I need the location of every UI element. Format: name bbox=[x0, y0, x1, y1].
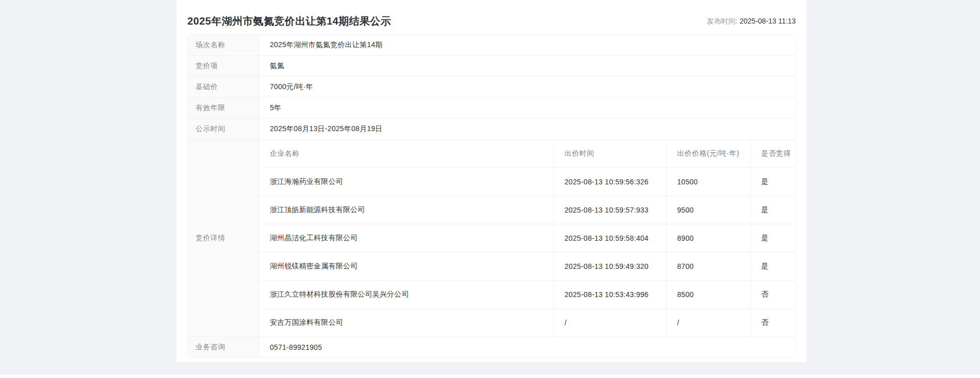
descriptions-table: 场次名称 2025年湖州市氨氮竞价出让第14期 竞价项 氨氮 基础价 7000元… bbox=[187, 34, 796, 358]
bid-company-cell: 湖州锐镁精密金属有限公司 bbox=[259, 253, 553, 281]
bid-price-cell: / bbox=[666, 309, 750, 337]
bid-price-cell: 9500 bbox=[666, 196, 750, 224]
bid-company-cell: 浙江久立特材科技股份有限公司吴兴分公司 bbox=[259, 281, 553, 309]
publish-time: 发布时间:2025-08-13 11:13 bbox=[707, 17, 796, 26]
bid-table-header-row: 企业名称 出价时间 出价价格(元/吨·年) 是否竞得 bbox=[259, 140, 795, 168]
desc-row-session-name: 场次名称 2025年湖州市氨氮竞价出让第14期 bbox=[188, 35, 795, 56]
desc-label-bid-item: 竞价项 bbox=[188, 56, 259, 76]
publish-time-label: 发布时间: bbox=[707, 17, 738, 25]
desc-label-publicity-period: 公示时间 bbox=[188, 119, 259, 139]
bid-header-result: 是否竞得 bbox=[750, 140, 795, 168]
bid-time-cell: / bbox=[553, 309, 666, 337]
bid-result-cell: 否 bbox=[750, 309, 795, 337]
bid-header-company: 企业名称 bbox=[259, 140, 553, 168]
desc-label-valid-years: 有效年限 bbox=[188, 98, 259, 118]
desc-row-valid-years: 有效年限 5年 bbox=[188, 98, 795, 119]
page-background: { "page": { "title": "2025年湖州市氨氮竞价出让第14期… bbox=[0, 0, 980, 378]
desc-row-contact: 业务咨询 0571-89921905 bbox=[188, 337, 795, 357]
desc-label-contact: 业务咨询 bbox=[188, 337, 259, 357]
bid-details-container: 企业名称 出价时间 出价价格(元/吨·年) 是否竞得 浙江海瀚药业有限公司 20… bbox=[259, 140, 795, 337]
bid-table-row: 湖州锐镁精密金属有限公司 2025-08-13 10:59:49:320 870… bbox=[259, 253, 795, 281]
page-title: 2025年湖州市氨氮竞价出让第14期结果公示 bbox=[187, 14, 391, 28]
content-card: 2025年湖州市氨氮竞价出让第14期结果公示 发布时间:2025-08-13 1… bbox=[177, 0, 806, 362]
footer-divider bbox=[0, 374, 980, 378]
desc-row-base-price: 基础价 7000元/吨·年 bbox=[188, 77, 795, 98]
desc-value-contact-phone: 0571-89921905 bbox=[259, 337, 795, 357]
desc-value-valid-years: 5年 bbox=[259, 98, 795, 118]
bid-table-row: 湖州晶洁化工科技有限公司 2025-08-13 10:59:58:404 890… bbox=[259, 224, 795, 253]
bid-time-cell: 2025-08-13 10:59:49:320 bbox=[553, 253, 666, 281]
desc-label-session-name: 场次名称 bbox=[188, 35, 259, 55]
bid-table-row: 浙江久立特材科技股份有限公司吴兴分公司 2025-08-13 10:53:43:… bbox=[259, 281, 795, 309]
desc-row-bid-details: 竞价详情 企业名称 出价时间 出价价格(元/吨·年) 是否竞得 bbox=[188, 140, 795, 337]
bid-table-row: 安吉万国涂料有限公司 / / 否 bbox=[259, 309, 795, 337]
bid-company-cell: 浙江顶皓新能源科技有限公司 bbox=[259, 196, 553, 224]
bid-result-cell: 是 bbox=[750, 224, 795, 253]
bid-price-cell: 8900 bbox=[666, 224, 750, 253]
desc-value-publicity-period: 2025年08月13日-2025年08月19日 bbox=[259, 119, 795, 139]
page-header: 2025年湖州市氨氮竞价出让第14期结果公示 发布时间:2025-08-13 1… bbox=[187, 0, 796, 34]
bid-table-row: 浙江顶皓新能源科技有限公司 2025-08-13 10:59:57:933 95… bbox=[259, 196, 795, 224]
desc-value-bid-item: 氨氮 bbox=[259, 56, 795, 76]
bid-result-cell: 是 bbox=[750, 196, 795, 224]
desc-row-bid-item: 竞价项 氨氮 bbox=[188, 56, 795, 77]
desc-value-session-name: 2025年湖州市氨氮竞价出让第14期 bbox=[259, 35, 795, 55]
bid-price-cell: 8500 bbox=[666, 281, 750, 309]
bid-header-price: 出价价格(元/吨·年) bbox=[666, 140, 750, 168]
bid-company-cell: 湖州晶洁化工科技有限公司 bbox=[259, 224, 553, 253]
bid-header-time: 出价时间 bbox=[553, 140, 666, 168]
bid-table-row: 浙江海瀚药业有限公司 2025-08-13 10:59:56:326 10500… bbox=[259, 168, 795, 196]
bid-company-cell: 安吉万国涂料有限公司 bbox=[259, 309, 553, 337]
bid-time-cell: 2025-08-13 10:59:56:326 bbox=[553, 168, 666, 196]
bid-price-cell: 8700 bbox=[666, 253, 750, 281]
bid-company-cell: 浙江海瀚药业有限公司 bbox=[259, 168, 553, 196]
bid-price-cell: 10500 bbox=[666, 168, 750, 196]
desc-label-bid-details: 竞价详情 bbox=[188, 140, 259, 337]
bid-result-cell: 是 bbox=[750, 168, 795, 196]
bid-time-cell: 2025-08-13 10:59:58:404 bbox=[553, 224, 666, 253]
desc-label-base-price: 基础价 bbox=[188, 77, 259, 97]
bid-time-cell: 2025-08-13 10:59:57:933 bbox=[553, 196, 666, 224]
publish-time-value: 2025-08-13 11:13 bbox=[740, 17, 796, 25]
bid-result-cell: 否 bbox=[750, 281, 795, 309]
bid-result-cell: 是 bbox=[750, 253, 795, 281]
desc-value-base-price: 7000元/吨·年 bbox=[259, 77, 795, 97]
bid-time-cell: 2025-08-13 10:53:43:996 bbox=[553, 281, 666, 309]
desc-row-publicity-period: 公示时间 2025年08月13日-2025年08月19日 bbox=[188, 119, 795, 140]
bid-table: 企业名称 出价时间 出价价格(元/吨·年) 是否竞得 浙江海瀚药业有限公司 20… bbox=[259, 140, 795, 337]
